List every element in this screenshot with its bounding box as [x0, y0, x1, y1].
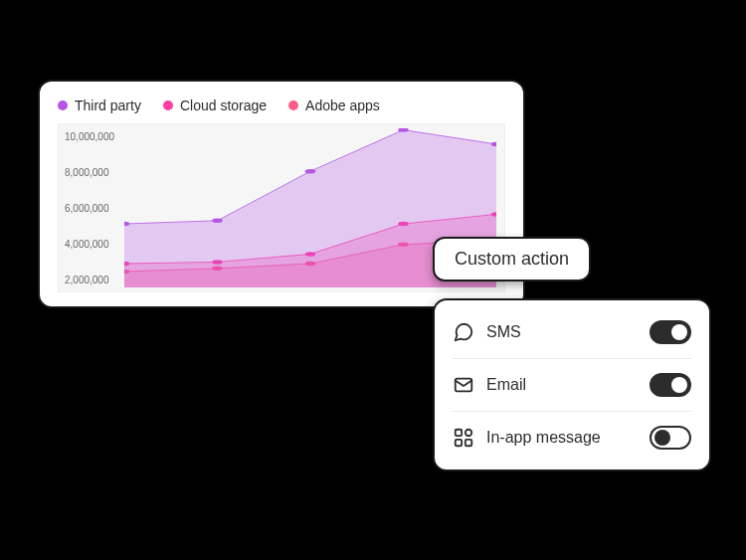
- action-label: SMS: [486, 323, 638, 341]
- action-row-inapp: In-app message: [453, 412, 691, 464]
- svg-rect-18: [456, 440, 462, 446]
- legend-item-adobe-apps: Adobe apps: [288, 97, 380, 113]
- y-tick: 4,000,000: [65, 240, 124, 250]
- svg-rect-17: [466, 430, 471, 436]
- sms-icon: [453, 321, 474, 343]
- action-row-email: Email: [453, 359, 691, 412]
- legend-item-third-party: Third party: [58, 97, 141, 113]
- action-row-sms: SMS: [453, 306, 691, 359]
- svg-rect-19: [466, 440, 471, 446]
- action-label: In-app message: [486, 429, 638, 447]
- legend-dot: [58, 100, 68, 110]
- legend-label: Adobe apps: [305, 97, 380, 113]
- svg-point-11: [212, 219, 222, 223]
- apps-icon: [453, 427, 474, 449]
- y-tick: 2,000,000: [65, 276, 124, 285]
- custom-action-label: Custom action: [433, 237, 591, 281]
- legend-label: Cloud storage: [180, 97, 267, 113]
- actions-card: SMS Email In-app message: [433, 298, 711, 471]
- toggle-sms[interactable]: [650, 320, 691, 344]
- y-axis: 10,000,000 8,000,000 6,000,000 4,000,000…: [65, 124, 124, 291]
- custom-action-text: Custom action: [455, 249, 569, 269]
- action-label: Email: [486, 376, 638, 394]
- chart-legend: Third party Cloud storage Adobe apps: [58, 97, 505, 113]
- y-tick: 10,000,000: [65, 132, 124, 142]
- legend-label: Third party: [75, 97, 141, 113]
- svg-rect-16: [456, 430, 462, 436]
- y-tick: 6,000,000: [65, 204, 124, 214]
- legend-dot: [163, 100, 173, 110]
- legend-item-cloud-storage: Cloud storage: [163, 97, 267, 113]
- svg-point-12: [305, 169, 315, 173]
- email-icon: [453, 374, 474, 396]
- y-tick: 8,000,000: [65, 168, 124, 178]
- toggle-email[interactable]: [650, 373, 691, 397]
- legend-dot: [288, 100, 298, 110]
- toggle-inapp[interactable]: [650, 426, 691, 450]
